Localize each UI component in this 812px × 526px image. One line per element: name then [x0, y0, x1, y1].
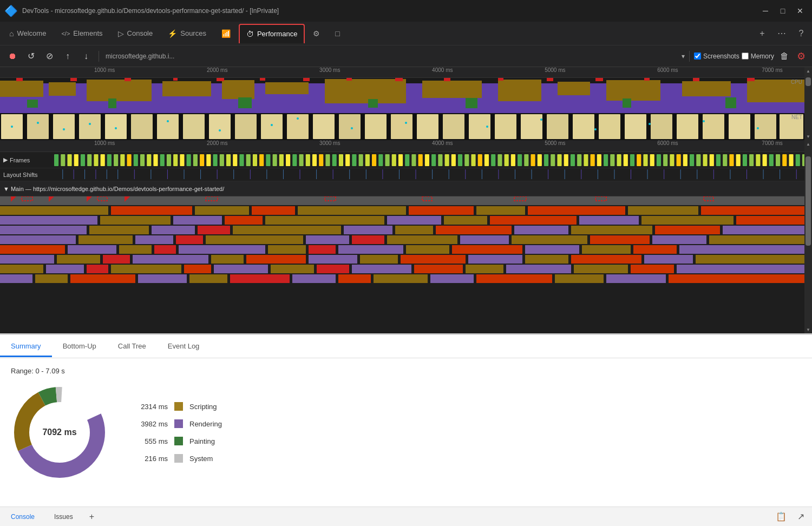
status-tab-issues[interactable]: Issues: [48, 511, 80, 523]
scrollbar-up-arrow[interactable]: ▲: [804, 67, 812, 75]
svg-rect-122: [292, 154, 297, 166]
summary-content: 7092 ms 2314 ms Scripting 3982 ms Render…: [11, 384, 801, 481]
refresh-button[interactable]: ↺: [23, 48, 39, 64]
svg-rect-357: [374, 274, 428, 283]
svg-rect-341: [317, 265, 349, 273]
svg-rect-240: [697, 169, 697, 179]
main-scrollbar-thumb[interactable]: [806, 156, 811, 246]
add-tab-button[interactable]: +: [754, 25, 771, 42]
status-bar: Console Issues + 📋 ↗: [0, 507, 812, 526]
svg-rect-63: [651, 114, 672, 139]
svg-rect-293: [0, 235, 76, 244]
devtools-dock-button[interactable]: 📋: [772, 509, 790, 524]
svg-rect-297: [206, 235, 303, 244]
tab-summary[interactable]: Summary: [0, 337, 52, 357]
main-scrollbar-down[interactable]: ▼: [804, 326, 812, 333]
svg-rect-305: [709, 235, 804, 244]
svg-rect-228: [498, 169, 499, 179]
svg-rect-280: [736, 216, 804, 225]
tab-performance-label: Performance: [257, 30, 297, 38]
clear-button[interactable]: ⊘: [41, 48, 57, 64]
svg-rect-43: [131, 114, 153, 139]
svg-rect-59: [547, 114, 568, 139]
svg-rect-130: [345, 154, 350, 166]
svg-rect-86: [54, 154, 58, 166]
svg-rect-110: [213, 154, 218, 166]
svg-rect-360: [555, 274, 604, 283]
svg-rect-227: [482, 169, 482, 179]
svg-rect-123: [299, 154, 303, 166]
scrollbar-thumb[interactable]: [806, 77, 811, 86]
tab-sources[interactable]: ⚡ Sources: [161, 24, 213, 43]
toolbar: ⏺ ↺ ⊘ ↑ ↓ microsoftedge.github.i... ▾ Sc…: [0, 45, 812, 67]
frames-expand-icon[interactable]: ▶: [3, 156, 8, 163]
svg-rect-181: [683, 154, 687, 166]
svg-rect-320: [0, 255, 54, 264]
main-scrollbar[interactable]: ▲ ▼: [804, 140, 812, 333]
svg-rect-139: [405, 154, 409, 166]
svg-rect-132: [359, 154, 363, 166]
status-tab-console[interactable]: Console: [4, 511, 41, 523]
tab-elements[interactable]: </> Elements: [54, 24, 109, 43]
tab-network[interactable]: 📶: [214, 24, 238, 43]
svg-rect-160: [544, 154, 548, 166]
svg-rect-306: [0, 245, 65, 254]
svg-rect-124: [306, 154, 310, 166]
tab-event-log[interactable]: Event Log: [157, 337, 211, 357]
svg-rect-61: [599, 114, 620, 139]
tab-settings[interactable]: ⚙: [306, 24, 327, 43]
tab-call-tree[interactable]: Call Tree: [107, 337, 157, 357]
upload-button[interactable]: ↑: [60, 48, 76, 64]
more-tabs-button[interactable]: ⋯: [773, 25, 790, 42]
timeline-ruler-top: 1000 ms 2000 ms 3000 ms 4000 ms 5000 ms …: [0, 67, 812, 78]
svg-rect-247: [0, 196, 804, 205]
net-chart: NET: [0, 113, 812, 140]
svg-rect-215: [283, 169, 284, 179]
close-button[interactable]: ✕: [793, 3, 808, 18]
trash-button[interactable]: 🗑: [776, 48, 793, 64]
settings-red-button[interactable]: ⚙: [795, 48, 808, 64]
svg-rect-113: [233, 154, 237, 166]
download-button[interactable]: ↓: [78, 48, 94, 64]
range-text: Range: 0 - 7.09 s: [11, 367, 801, 375]
svg-rect-269: [701, 206, 804, 215]
ruler-tick-7000: 7000 ms: [762, 67, 782, 73]
svg-point-80: [486, 126, 488, 128]
svg-rect-333: [696, 255, 804, 264]
svg-rect-154: [505, 154, 509, 166]
svg-rect-353: [189, 274, 227, 283]
memory-checkbox[interactable]: [742, 52, 749, 60]
overview-scrollbar[interactable]: ▲ ▼: [804, 67, 812, 140]
svg-rect-264: [298, 206, 406, 215]
tab-welcome[interactable]: ⌂ Welcome: [2, 24, 53, 43]
svg-rect-198: [796, 154, 800, 166]
svg-rect-118: [266, 154, 270, 166]
svg-rect-128: [332, 154, 337, 166]
minimize-button[interactable]: ─: [758, 3, 773, 18]
svg-rect-184: [703, 154, 707, 166]
screenshots-checkbox-group[interactable]: Screenshots: [694, 52, 739, 60]
scrollbar-down-arrow[interactable]: ▼: [804, 133, 812, 140]
screenshots-checkbox[interactable]: [694, 52, 701, 60]
svg-rect-90: [81, 154, 85, 166]
svg-rect-6: [265, 82, 309, 94]
main-scrollbar-up[interactable]: ▲: [804, 140, 812, 148]
help-button[interactable]: ?: [793, 25, 810, 42]
maximize-button[interactable]: □: [775, 3, 790, 18]
svg-rect-284: [198, 226, 230, 234]
svg-rect-331: [571, 255, 641, 264]
svg-rect-89: [74, 154, 78, 166]
tab-storage[interactable]: □: [328, 24, 346, 43]
tab-console[interactable]: ▷ Console: [111, 24, 160, 43]
detach-button[interactable]: ↗: [794, 509, 808, 524]
url-dropdown-icon[interactable]: ▾: [682, 52, 685, 60]
svg-rect-10: [558, 82, 590, 95]
frames-label[interactable]: ▶ Frames: [0, 156, 54, 163]
memory-checkbox-group[interactable]: Memory: [742, 52, 774, 60]
svg-rect-329: [468, 255, 522, 264]
record-button[interactable]: ⏺: [4, 48, 21, 64]
status-add-button[interactable]: +: [86, 511, 97, 523]
tab-bottom-up[interactable]: Bottom-Up: [52, 337, 107, 357]
svg-rect-194: [769, 154, 774, 166]
tab-performance[interactable]: ⏱ Performance: [239, 24, 305, 43]
